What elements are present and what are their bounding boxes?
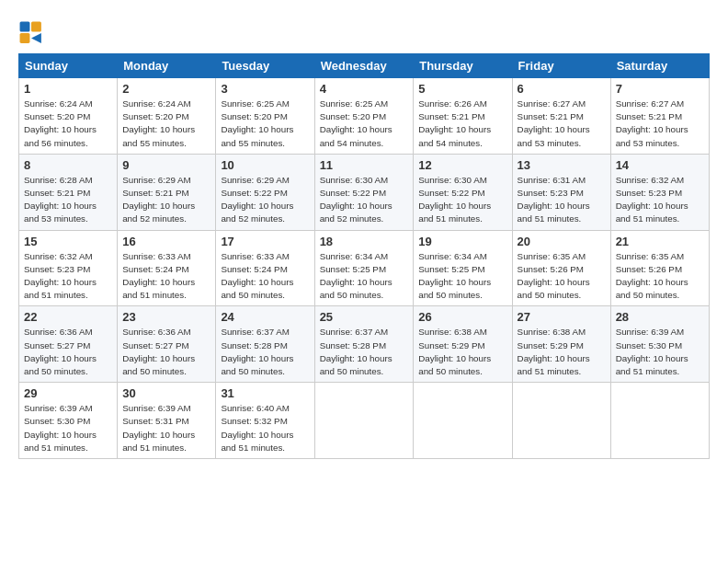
calendar-cell: 16Sunrise: 6:33 AM Sunset: 5:24 PM Dayli… <box>118 230 216 306</box>
svg-rect-2 <box>20 33 30 43</box>
day-number: 15 <box>24 235 112 248</box>
day-number: 12 <box>418 158 506 172</box>
day-info: Sunrise: 6:35 AM Sunset: 5:26 PM Dayligh… <box>518 250 606 303</box>
day-number: 29 <box>24 386 112 400</box>
calendar-cell <box>414 383 512 459</box>
day-number: 31 <box>221 386 309 400</box>
calendar-cell: 11Sunrise: 6:30 AM Sunset: 5:22 PM Dayli… <box>314 154 414 230</box>
day-info: Sunrise: 6:29 AM Sunset: 5:22 PM Dayligh… <box>221 174 309 226</box>
calendar-cell: 20Sunrise: 6:35 AM Sunset: 5:26 PM Dayli… <box>512 230 610 306</box>
day-number: 19 <box>418 235 506 248</box>
calendar-cell: 28Sunrise: 6:39 AM Sunset: 5:30 PM Dayli… <box>610 306 709 383</box>
day-number: 8 <box>24 158 112 172</box>
calendar-cell: 29Sunrise: 6:39 AM Sunset: 5:30 PM Dayli… <box>19 383 118 459</box>
day-info: Sunrise: 6:31 AM Sunset: 5:23 PM Dayligh… <box>518 174 606 226</box>
day-info: Sunrise: 6:28 AM Sunset: 5:21 PM Dayligh… <box>24 174 112 226</box>
day-info: Sunrise: 6:37 AM Sunset: 5:28 PM Dayligh… <box>221 326 309 378</box>
day-info: Sunrise: 6:34 AM Sunset: 5:25 PM Dayligh… <box>320 250 409 303</box>
day-number: 26 <box>418 310 506 324</box>
day-info: Sunrise: 6:32 AM Sunset: 5:23 PM Dayligh… <box>616 174 704 226</box>
day-info: Sunrise: 6:38 AM Sunset: 5:29 PM Dayligh… <box>518 326 606 378</box>
day-number: 7 <box>616 82 704 96</box>
calendar-cell: 19Sunrise: 6:34 AM Sunset: 5:25 PM Dayli… <box>414 230 512 306</box>
day-info: Sunrise: 6:27 AM Sunset: 5:21 PM Dayligh… <box>518 98 606 150</box>
svg-rect-1 <box>31 22 41 32</box>
calendar-header-friday: Friday <box>512 54 610 78</box>
day-info: Sunrise: 6:39 AM Sunset: 5:30 PM Dayligh… <box>616 326 704 378</box>
calendar-week-3: 15Sunrise: 6:32 AM Sunset: 5:23 PM Dayli… <box>19 230 710 306</box>
calendar-header-wednesday: Wednesday <box>314 54 414 78</box>
day-info: Sunrise: 6:25 AM Sunset: 5:20 PM Dayligh… <box>320 98 409 150</box>
calendar-cell: 6Sunrise: 6:27 AM Sunset: 5:21 PM Daylig… <box>512 78 610 155</box>
calendar-cell: 8Sunrise: 6:28 AM Sunset: 5:21 PM Daylig… <box>19 154 118 230</box>
calendar-cell: 30Sunrise: 6:39 AM Sunset: 5:31 PM Dayli… <box>118 383 216 459</box>
day-info: Sunrise: 6:34 AM Sunset: 5:25 PM Dayligh… <box>418 250 506 303</box>
calendar-cell: 1Sunrise: 6:24 AM Sunset: 5:20 PM Daylig… <box>19 78 118 155</box>
calendar-header-monday: Monday <box>118 54 216 78</box>
day-info: Sunrise: 6:24 AM Sunset: 5:20 PM Dayligh… <box>122 98 210 150</box>
day-info: Sunrise: 6:29 AM Sunset: 5:21 PM Dayligh… <box>122 174 210 226</box>
svg-marker-3 <box>31 33 41 43</box>
day-info: Sunrise: 6:30 AM Sunset: 5:22 PM Dayligh… <box>320 174 409 226</box>
day-number: 24 <box>221 310 309 324</box>
day-number: 6 <box>518 82 606 96</box>
page-container: SundayMondayTuesdayWednesdayThursdayFrid… <box>0 0 728 468</box>
day-info: Sunrise: 6:25 AM Sunset: 5:20 PM Dayligh… <box>221 98 309 150</box>
day-number: 22 <box>24 310 112 324</box>
svg-rect-0 <box>20 22 30 32</box>
calendar-header-tuesday: Tuesday <box>216 54 314 78</box>
calendar-header-sunday: Sunday <box>19 54 118 78</box>
calendar-cell: 31Sunrise: 6:40 AM Sunset: 5:32 PM Dayli… <box>216 383 314 459</box>
calendar-cell: 18Sunrise: 6:34 AM Sunset: 5:25 PM Dayli… <box>314 230 414 306</box>
day-info: Sunrise: 6:27 AM Sunset: 5:21 PM Dayligh… <box>616 98 704 150</box>
day-number: 3 <box>221 82 309 96</box>
day-info: Sunrise: 6:36 AM Sunset: 5:27 PM Dayligh… <box>24 326 112 378</box>
logo-icon <box>18 20 44 46</box>
day-number: 30 <box>122 386 210 400</box>
calendar-cell: 10Sunrise: 6:29 AM Sunset: 5:22 PM Dayli… <box>216 154 314 230</box>
day-number: 14 <box>616 158 704 172</box>
calendar-cell: 2Sunrise: 6:24 AM Sunset: 5:20 PM Daylig… <box>118 78 216 155</box>
calendar-cell: 24Sunrise: 6:37 AM Sunset: 5:28 PM Dayli… <box>216 306 314 383</box>
day-number: 10 <box>221 158 309 172</box>
calendar-cell: 13Sunrise: 6:31 AM Sunset: 5:23 PM Dayli… <box>512 154 610 230</box>
day-number: 25 <box>320 310 409 324</box>
day-number: 21 <box>616 235 704 248</box>
calendar-cell: 7Sunrise: 6:27 AM Sunset: 5:21 PM Daylig… <box>610 78 709 155</box>
day-number: 4 <box>320 82 409 96</box>
day-number: 13 <box>518 158 606 172</box>
day-number: 23 <box>122 310 210 324</box>
day-info: Sunrise: 6:33 AM Sunset: 5:24 PM Dayligh… <box>221 250 309 303</box>
calendar-cell: 5Sunrise: 6:26 AM Sunset: 5:21 PM Daylig… <box>414 78 512 155</box>
calendar-table: SundayMondayTuesdayWednesdayThursdayFrid… <box>18 53 710 459</box>
day-info: Sunrise: 6:33 AM Sunset: 5:24 PM Dayligh… <box>122 250 210 303</box>
calendar-cell: 21Sunrise: 6:35 AM Sunset: 5:26 PM Dayli… <box>610 230 709 306</box>
calendar-header-saturday: Saturday <box>610 54 709 78</box>
day-info: Sunrise: 6:40 AM Sunset: 5:32 PM Dayligh… <box>221 402 309 454</box>
calendar-cell: 23Sunrise: 6:36 AM Sunset: 5:27 PM Dayli… <box>118 306 216 383</box>
calendar-week-2: 8Sunrise: 6:28 AM Sunset: 5:21 PM Daylig… <box>19 154 710 230</box>
day-info: Sunrise: 6:35 AM Sunset: 5:26 PM Dayligh… <box>616 250 704 303</box>
day-number: 16 <box>122 235 210 248</box>
day-number: 28 <box>616 310 704 324</box>
day-info: Sunrise: 6:38 AM Sunset: 5:29 PM Dayligh… <box>418 326 506 378</box>
calendar-cell: 14Sunrise: 6:32 AM Sunset: 5:23 PM Dayli… <box>610 154 709 230</box>
day-info: Sunrise: 6:24 AM Sunset: 5:20 PM Dayligh… <box>24 98 112 150</box>
calendar-cell: 15Sunrise: 6:32 AM Sunset: 5:23 PM Dayli… <box>19 230 118 306</box>
day-info: Sunrise: 6:30 AM Sunset: 5:22 PM Dayligh… <box>418 174 506 226</box>
day-info: Sunrise: 6:39 AM Sunset: 5:31 PM Dayligh… <box>122 402 210 454</box>
calendar-cell: 25Sunrise: 6:37 AM Sunset: 5:28 PM Dayli… <box>314 306 414 383</box>
day-number: 2 <box>122 82 210 96</box>
day-info: Sunrise: 6:26 AM Sunset: 5:21 PM Dayligh… <box>418 98 506 150</box>
calendar-header-thursday: Thursday <box>414 54 512 78</box>
calendar-cell <box>314 383 414 459</box>
logo <box>18 20 48 46</box>
day-info: Sunrise: 6:39 AM Sunset: 5:30 PM Dayligh… <box>24 402 112 454</box>
calendar-cell <box>610 383 709 459</box>
calendar-week-5: 29Sunrise: 6:39 AM Sunset: 5:30 PM Dayli… <box>19 383 710 459</box>
calendar-cell: 26Sunrise: 6:38 AM Sunset: 5:29 PM Dayli… <box>414 306 512 383</box>
calendar-cell: 3Sunrise: 6:25 AM Sunset: 5:20 PM Daylig… <box>216 78 314 155</box>
day-number: 17 <box>221 235 309 248</box>
header <box>18 17 710 46</box>
calendar-cell: 27Sunrise: 6:38 AM Sunset: 5:29 PM Dayli… <box>512 306 610 383</box>
